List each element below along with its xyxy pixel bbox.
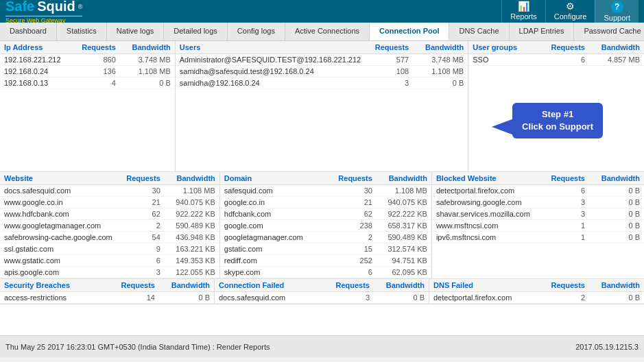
row-label: detectportal.firefox.com xyxy=(433,293,537,302)
row-requests: 14 xyxy=(107,293,155,302)
user-groups-col-label: User groups xyxy=(473,43,537,51)
table-row: samidha@safesquid.test@192.168.0.24 108 … xyxy=(176,66,468,77)
row-label: apis.google.com xyxy=(4,268,112,276)
users-col-req: Requests xyxy=(361,43,409,51)
row-requests: 577 xyxy=(361,56,409,64)
row-label: hdfcbank.com xyxy=(224,210,324,218)
table-row: www.gstatic.com 6 149.353 KB xyxy=(0,255,219,267)
row-requests: 252 xyxy=(324,256,372,265)
connection-failed-section: Connection Failed Requests Bandwidth doc… xyxy=(215,279,429,304)
tab-connection-pool[interactable]: Connection Pool xyxy=(370,23,449,40)
website-section: Website Requests Bandwidth docs.safesqui… xyxy=(0,172,220,278)
row-label: www.hdfcbank.com xyxy=(4,210,112,218)
logo-safe: Safe xyxy=(5,0,34,14)
statusbar-right: 2017.05.19.1215.3 xyxy=(575,343,639,351)
table-row: safebrowsing-cache.google.com 54 436.948… xyxy=(0,232,219,243)
row-bandwidth: 0 B xyxy=(585,186,640,195)
domain-col-bw: Bandwidth xyxy=(372,174,427,182)
row-requests: 30 xyxy=(112,186,160,195)
row-bandwidth: 0 B xyxy=(155,293,210,302)
row-label: safebrowsing-cache.google.com xyxy=(4,233,112,241)
row-label: ssl.gstatic.com xyxy=(4,245,112,253)
table-row: hdfcbank.com 62 922.222 KB xyxy=(220,208,431,220)
tab-statistics[interactable]: Statistics xyxy=(57,23,107,40)
row-bandwidth: 0 B xyxy=(585,221,640,230)
row-requests: 1 xyxy=(537,221,585,230)
tab-dns-cache[interactable]: DNS Cache xyxy=(449,23,509,40)
row-requests: 62 xyxy=(324,210,372,218)
callout-line1: Step #1 xyxy=(522,108,593,121)
row-requests: 108 xyxy=(361,67,409,75)
user-groups-rows: SSO 6 4.857 MB xyxy=(468,54,644,66)
row-requests: 4 xyxy=(68,79,116,87)
user-groups-col-bw: Bandwidth xyxy=(585,43,640,51)
tab-config-logs[interactable]: Config logs xyxy=(228,23,285,40)
row-bandwidth: 922.222 KB xyxy=(372,210,427,218)
logo-registered: ® xyxy=(78,3,83,10)
tab-dashboard[interactable]: Dashboard xyxy=(0,23,57,40)
table-row: Administrator@SAFESQUID.TEST@192.168.221… xyxy=(176,54,468,66)
dns-failed-section: DNS Failed Requests Bandwidth detectport… xyxy=(429,279,644,304)
row-requests: 62 xyxy=(112,210,160,218)
tab-password-cache[interactable]: Password Cache xyxy=(574,23,644,40)
table-row: shavar.services.mozilla.com 3 0 B xyxy=(432,208,644,220)
nav-configure[interactable]: ⚙ Configure xyxy=(545,0,595,23)
row-label: google.com xyxy=(224,221,324,230)
table-row: 192.168.221.212 860 3.748 MB xyxy=(0,54,175,66)
table-row: 192.168.0.13 4 0 B xyxy=(0,77,175,89)
row-bandwidth: 0 B xyxy=(585,233,640,241)
panels-row2: Website Requests Bandwidth docs.safesqui… xyxy=(0,172,644,279)
table-row: skype.com 6 62.095 KB xyxy=(220,267,431,278)
row-bandwidth: 312.574 KB xyxy=(372,245,427,253)
row-label: Administrator@SAFESQUID.TEST@192.168.221… xyxy=(180,56,361,64)
security-breaches-section: Security Breaches Requests Bandwidth acc… xyxy=(0,279,215,304)
row-bandwidth: 940.075 KB xyxy=(372,198,427,206)
row-requests: 238 xyxy=(324,221,372,230)
nav-reports-label: Reports xyxy=(510,12,537,21)
table-row: google.com 238 658.317 KB xyxy=(220,220,431,232)
row-label: www.msftncsi.com xyxy=(436,221,537,230)
row-bandwidth: 0 B xyxy=(116,79,171,87)
row-requests: 15 xyxy=(324,245,372,253)
row-requests: 54 xyxy=(112,233,160,241)
website-header: Website Requests Bandwidth xyxy=(0,172,219,185)
row-requests: 136 xyxy=(68,67,116,75)
row-bandwidth: 1.108 MB xyxy=(160,186,215,195)
connection-failed-col-label: Connection Failed xyxy=(219,281,322,289)
website-rows: docs.safesquid.com 30 1.108 MB www.googl… xyxy=(0,185,219,278)
row-bandwidth: 1.108 MB xyxy=(409,67,464,75)
connection-failed-col-bw: Bandwidth xyxy=(370,281,425,289)
dns-failed-col-req: Requests xyxy=(537,281,585,289)
tab-detailed-logs[interactable]: Detailed logs xyxy=(164,23,228,40)
row-label: gstatic.com xyxy=(224,245,324,253)
blocked-website-section: Blocked Website Requests Bandwidth detec… xyxy=(432,172,644,278)
row-label: 192.168.221.212 xyxy=(4,56,68,64)
domain-rows: safesquid.com 30 1.108 MB google.co.in 2… xyxy=(220,185,431,278)
row-label: 192.168.0.24 xyxy=(4,67,68,75)
table-row: SSO 6 4.857 MB xyxy=(468,54,644,66)
row-requests: 2 xyxy=(112,221,160,230)
row-label: samidha@safesquid.test@192.168.0.24 xyxy=(180,67,361,75)
content-area: Ip Address Requests Bandwidth 192.168.22… xyxy=(0,41,644,335)
domain-col-label: Domain xyxy=(224,174,324,182)
nav-reports[interactable]: 📊 Reports xyxy=(501,0,545,23)
row-bandwidth: 94.751 KB xyxy=(372,256,427,265)
user-groups-header: User groups Requests Bandwidth xyxy=(468,41,644,54)
tab-native-logs[interactable]: Native logs xyxy=(107,23,164,40)
row-requests: 9 xyxy=(112,245,160,253)
row-label: skype.com xyxy=(224,268,324,276)
row-bandwidth: 0 B xyxy=(370,293,425,302)
tab-ldap-entries[interactable]: LDAP Entries xyxy=(510,23,575,40)
row-label: access-restrictions xyxy=(4,293,107,302)
row-bandwidth: 590.489 KB xyxy=(372,233,427,241)
row-bandwidth: 1.108 MB xyxy=(372,186,427,195)
table-row: docs.safesquid.com 30 1.108 MB xyxy=(0,185,219,197)
security-breaches-rows: access-restrictions 14 0 B xyxy=(0,292,214,304)
table-row: 192.168.0.24 136 1.108 MB xyxy=(0,66,175,77)
nav-support[interactable]: ? Support xyxy=(595,0,639,23)
tab-active-connections[interactable]: Active Connections xyxy=(285,23,370,40)
blocked-website-header: Blocked Website Requests Bandwidth xyxy=(432,172,644,185)
row-bandwidth: 436.948 KB xyxy=(160,233,215,241)
main-content: Ip Address Requests Bandwidth 192.168.22… xyxy=(0,41,644,335)
row-label: www.googletagmanager.com xyxy=(4,221,112,230)
